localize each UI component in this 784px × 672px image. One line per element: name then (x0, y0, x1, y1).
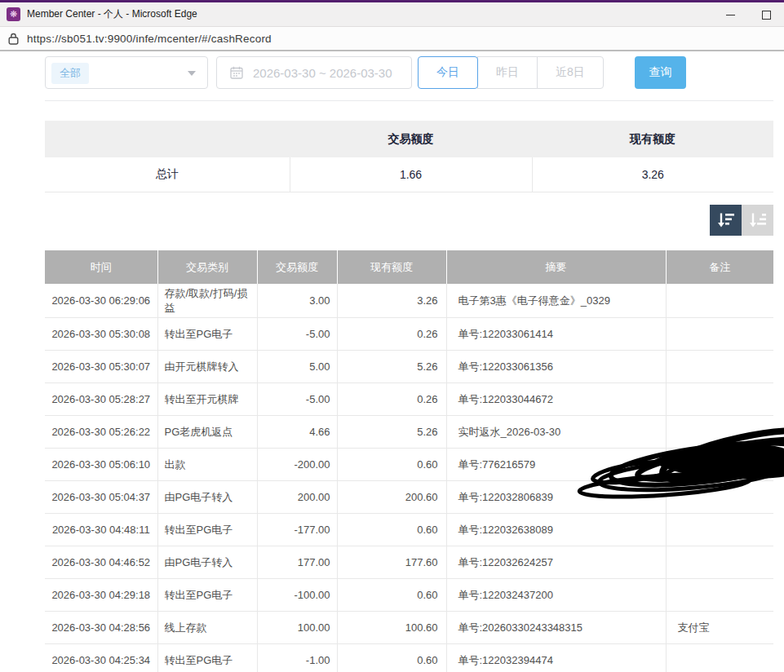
cell-note (666, 644, 773, 672)
cell-amount: -5.00 (257, 383, 337, 416)
yesterday-button[interactable]: 昨日 (477, 56, 538, 89)
table-row: 2026-03-30 05:26:22 PG老虎机返点 4.66 5.26 实时… (45, 416, 773, 449)
sort-toolbar (710, 205, 773, 236)
cell-balance: 0.26 (337, 318, 446, 351)
cell-type: 转出至PG电子 (157, 579, 257, 612)
table-row: 2026-03-30 06:29:06 存款/取款/打码/损益 3.00 3.2… (45, 284, 773, 318)
cell-balance: 3.26 (337, 284, 446, 318)
cell-note (666, 449, 773, 481)
cell-summary: 单号:122032806839 (446, 481, 666, 514)
summary-header-empty (45, 121, 290, 157)
cell-type: PG老虎机返点 (157, 416, 257, 449)
cell-summary: 单号:122033061356 (446, 351, 666, 383)
last-8-days-button[interactable]: 近8日 (537, 56, 604, 89)
header-amount: 交易额度 (257, 250, 337, 284)
cell-type: 存款/取款/打码/损益 (157, 284, 257, 318)
today-button[interactable]: 今日 (418, 56, 478, 89)
lock-icon (8, 33, 19, 45)
cell-summary: 单号:20260330243348315 (446, 612, 666, 644)
cell-amount: 4.66 (257, 416, 337, 449)
header-time: 时间 (45, 250, 157, 284)
cell-summary: 单号:122032638089 (446, 514, 666, 546)
table-row: 2026-03-30 04:28:56 线上存款 100.00 100.60 单… (45, 612, 773, 644)
header-summary: 摘要 (446, 250, 666, 284)
cell-time: 2026-03-30 06:29:06 (45, 284, 157, 318)
cell-balance: 0.60 (337, 579, 446, 612)
cell-amount: -177.00 (257, 514, 337, 546)
header-balance: 现有额度 (337, 250, 446, 284)
cell-amount: -1.00 (257, 644, 337, 672)
quick-range-group: 今日 昨日 近8日 (418, 56, 604, 89)
sort-amount-desc-icon (717, 212, 735, 228)
summary-transaction-amount: 1.66 (290, 157, 532, 192)
table-row: 2026-03-30 05:30:08 转出至PG电子 -5.00 0.26 单… (45, 318, 773, 351)
minimize-icon (726, 15, 735, 15)
date-range-input[interactable]: 2026-03-30 ~ 2026-03-30 (216, 56, 412, 89)
sort-ascending-button[interactable] (742, 205, 773, 236)
category-tag[interactable]: 全部 (51, 63, 89, 84)
cell-note (666, 284, 773, 318)
summary-total-row: 总计 1.66 3.26 (45, 157, 773, 192)
cell-summary: 单号:776216579 (446, 449, 666, 481)
cell-type: 由PG电子转入 (157, 546, 257, 579)
cell-type: 由PG电子转入 (157, 481, 257, 514)
table-row: 2026-03-30 05:30:07 由开元棋牌转入 5.00 5.26 单号… (45, 351, 773, 383)
header-note: 备注 (666, 250, 773, 284)
cell-note: 支付宝 (666, 612, 773, 644)
cell-balance: 5.26 (337, 351, 446, 383)
cell-amount: -5.00 (257, 318, 337, 351)
minimize-button[interactable] (712, 2, 748, 27)
cell-note (666, 481, 773, 514)
cash-record-table: 时间 交易类别 交易额度 现有额度 摘要 备注 2026-03-30 06:29… (45, 250, 773, 672)
category-select[interactable]: 全部 (45, 56, 208, 89)
query-button[interactable]: 查询 (635, 56, 686, 89)
cell-time: 2026-03-30 04:25:34 (45, 644, 157, 672)
cell-type: 转出至PG电子 (157, 644, 257, 672)
site-favicon-icon: ❋ (7, 7, 20, 21)
cell-time: 2026-03-30 04:28:56 (45, 612, 157, 644)
cell-balance: 0.60 (337, 514, 446, 546)
cell-note (666, 351, 773, 383)
cell-time: 2026-03-30 05:06:10 (45, 449, 157, 481)
cell-summary: 实时返水_2026-03-30 (446, 416, 666, 449)
cell-amount: 3.00 (257, 284, 337, 318)
table-row: 2026-03-30 05:28:27 转出至开元棋牌 -5.00 0.26 单… (45, 383, 773, 416)
cell-balance: 0.26 (337, 383, 446, 416)
cell-time: 2026-03-30 05:30:07 (45, 351, 157, 383)
table-header-row: 时间 交易类别 交易额度 现有额度 摘要 备注 (45, 250, 773, 284)
table-row: 2026-03-30 04:48:11 转出至PG电子 -177.00 0.60… (45, 514, 773, 546)
cell-note (666, 383, 773, 416)
cell-summary: 单号:122032437200 (446, 579, 666, 612)
cell-type: 出款 (157, 449, 257, 481)
cell-type: 线上存款 (157, 612, 257, 644)
cell-time: 2026-03-30 04:29:18 (45, 579, 157, 612)
url-text: https://sb051.tv:9900/infe/mcenter/#/cas… (27, 33, 272, 45)
cell-type: 转出至PG电子 (157, 318, 257, 351)
cell-type: 由开元棋牌转入 (157, 351, 257, 383)
date-range-value: 2026-03-30 ~ 2026-03-30 (253, 66, 392, 80)
cell-time: 2026-03-30 04:48:11 (45, 514, 157, 546)
sort-descending-button[interactable] (710, 205, 742, 236)
cell-summary: 单号:122032624257 (446, 546, 666, 579)
cell-summary: 单号:122032394474 (446, 644, 666, 672)
cell-time: 2026-03-30 05:28:27 (45, 383, 157, 416)
chevron-down-icon (188, 71, 196, 76)
summary-header-transaction: 交易额度 (290, 121, 532, 157)
cell-balance: 5.26 (337, 416, 446, 449)
summary-current-amount: 3.26 (532, 157, 773, 192)
cell-note (666, 514, 773, 546)
section-divider (45, 100, 773, 101)
cell-time: 2026-03-30 04:46:52 (45, 546, 157, 579)
maximize-button[interactable] (748, 2, 784, 27)
cell-amount: 100.00 (257, 612, 337, 644)
calendar-icon (230, 66, 243, 79)
cell-time: 2026-03-30 05:26:22 (45, 416, 157, 449)
cell-note (666, 546, 773, 579)
table-row: 2026-03-30 04:29:18 转出至PG电子 -100.00 0.60… (45, 579, 773, 612)
address-bar[interactable]: https://sb051.tv:9900/infe/mcenter/#/cas… (0, 27, 784, 51)
summary-header-current: 现有额度 (532, 121, 773, 157)
table-row: 2026-03-30 05:04:37 由PG电子转入 200.00 200.6… (45, 481, 773, 514)
cell-balance: 200.60 (337, 481, 446, 514)
cell-note (666, 579, 773, 612)
window-title: Member Center - 个人 - Microsoft Edge (27, 7, 197, 21)
